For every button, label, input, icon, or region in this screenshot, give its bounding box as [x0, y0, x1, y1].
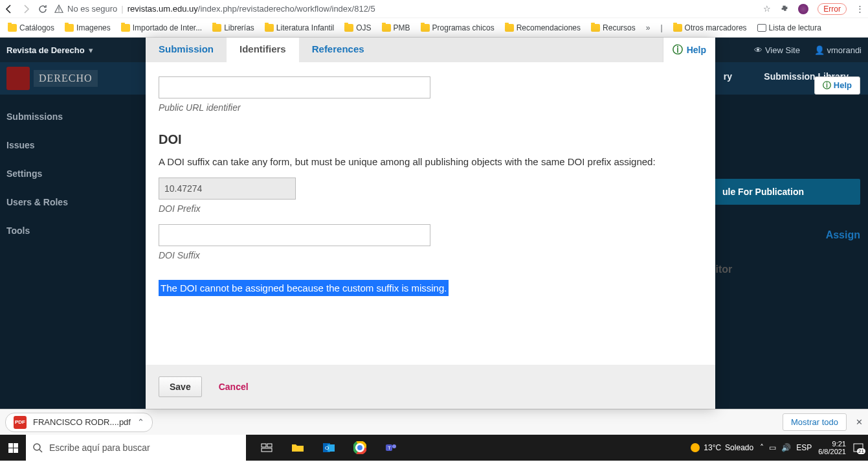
start-button[interactable]	[0, 435, 26, 461]
folder-icon	[212, 24, 221, 32]
doi-suffix-input[interactable]	[159, 224, 430, 246]
cancel-link[interactable]: Cancel	[219, 382, 249, 392]
folder-icon	[591, 24, 600, 32]
notifications-icon[interactable]: 21	[852, 442, 864, 453]
user-menu[interactable]: 👤 vmorandi	[814, 45, 862, 55]
teams-icon[interactable]: T	[377, 435, 405, 461]
doi-prefix-input	[159, 178, 296, 200]
download-chip[interactable]: PDF FRANCISCO RODR....pdf ⌃	[5, 413, 153, 432]
bookmarks-bar: Catálogos Imagenes Importado de Inter...…	[0, 18, 868, 38]
pdf-icon: PDF	[14, 416, 27, 429]
chrome-icon[interactable]	[346, 435, 374, 461]
bookmark-item[interactable]: Programas chicos	[417, 21, 498, 35]
info-icon: ⓘ	[673, 43, 683, 57]
nav-tools[interactable]: Tools	[0, 216, 129, 245]
nav-settings[interactable]: Settings	[0, 159, 129, 188]
journal-logo[interactable]: DERECHO	[6, 67, 98, 90]
bookmark-item[interactable]: OJS	[340, 21, 375, 35]
nav-submissions[interactable]: Submissions	[0, 102, 129, 131]
side-nav: Submissions Issues Settings Users & Role…	[0, 96, 129, 251]
download-shelf: PDF FRANCISCO RODR....pdf ⌃ Mostrar todo…	[0, 409, 868, 435]
bookmark-item[interactable]: Literatura Infantil	[261, 21, 338, 35]
error-chip[interactable]: Error	[818, 3, 847, 15]
doi-description: A DOI suffix can take any form, but must…	[159, 156, 702, 167]
tray-chevron-up-icon[interactable]: ˄	[760, 443, 764, 452]
weather-widget[interactable]: 13°C Soleado	[691, 443, 753, 452]
assign-link[interactable]: Assign	[826, 229, 860, 241]
svg-rect-5	[262, 448, 272, 452]
nav-issues[interactable]: Issues	[0, 131, 129, 159]
extension-purple-icon[interactable]	[798, 4, 808, 14]
tab-submission[interactable]: Submission	[146, 38, 227, 62]
bookmark-item[interactable]: Importado de Inter...	[117, 21, 206, 35]
svg-text:O: O	[325, 445, 329, 451]
forward-button[interactable]	[21, 4, 31, 14]
svg-rect-3	[262, 444, 266, 447]
bookmark-item[interactable]: Librerías	[208, 21, 258, 35]
folder-icon	[8, 24, 17, 32]
doi-heading: DOI	[159, 132, 702, 147]
journal-brand[interactable]: Revista de Derecho	[6, 45, 85, 55]
identifiers-modal: Submission Identifiers References ⓘHelp …	[146, 38, 715, 409]
folder-icon	[382, 24, 391, 32]
svg-rect-0	[58, 7, 59, 10]
clock[interactable]: 9:21 6/8/2021	[818, 440, 846, 455]
save-button[interactable]: Save	[159, 376, 202, 397]
bookmark-item[interactable]: Recomendaciones	[501, 21, 584, 35]
bookmarks-overflow[interactable]: »	[646, 23, 651, 32]
bookmark-item[interactable]: PMB	[378, 21, 414, 35]
folder-icon	[344, 24, 353, 32]
outlook-icon[interactable]: O	[315, 435, 343, 461]
folder-icon	[121, 24, 130, 32]
tab-identifiers[interactable]: Identifiers	[227, 38, 299, 62]
search-icon	[32, 442, 43, 453]
download-filename: FRANCISCO RODR....pdf	[33, 417, 131, 427]
bookmark-star-icon[interactable]: ☆	[763, 4, 771, 14]
reading-list[interactable]: Lista de lectura	[753, 21, 825, 35]
folder-icon	[505, 24, 514, 32]
svg-point-2	[34, 444, 40, 450]
extensions-icon[interactable]	[780, 5, 789, 14]
help-pill-bg[interactable]: ⓘ Help	[814, 76, 860, 95]
other-bookmarks[interactable]: Otros marcadores	[669, 21, 751, 35]
public-url-input[interactable]	[159, 76, 430, 98]
bookmark-item[interactable]: Recursos	[587, 21, 640, 35]
bookmark-item[interactable]: Imagenes	[61, 21, 115, 35]
address-bar[interactable]: No es seguro | revistas.um.edu.uy/index.…	[54, 4, 757, 14]
reload-button[interactable]	[38, 4, 48, 14]
chrome-menu-icon[interactable]: ⋮	[856, 4, 864, 14]
tab-references[interactable]: References	[299, 38, 377, 62]
doi-error-message: The DOI cannot be assigned because the c…	[159, 280, 449, 296]
volume-icon[interactable]: 🔊	[781, 443, 791, 452]
folder-icon	[673, 24, 682, 32]
windows-icon	[8, 443, 18, 453]
language-indicator[interactable]: ESP	[796, 443, 812, 452]
modal-help-link[interactable]: ⓘHelp	[663, 38, 715, 62]
back-button[interactable]	[4, 4, 14, 14]
sun-icon	[691, 443, 700, 452]
bookmark-item[interactable]: Catálogos	[4, 21, 58, 35]
view-site-link[interactable]: 👁 View Site	[754, 45, 800, 55]
taskbar-search[interactable]: Escribe aquí para buscar	[26, 435, 246, 461]
chevron-down-icon: ▾	[89, 45, 93, 55]
ojs-backdrop: Revista de Derecho ▾ 👁 View Site 👤 vmora…	[0, 38, 868, 409]
svg-rect-1	[58, 10, 59, 11]
folder-icon	[421, 24, 430, 32]
public-url-label: Public URL identifier	[159, 102, 702, 113]
not-secure-icon	[54, 5, 63, 14]
task-view-icon[interactable]	[252, 435, 281, 461]
close-shelf-icon[interactable]: ✕	[856, 417, 863, 427]
file-explorer-icon[interactable]	[284, 435, 312, 461]
info-icon: ⓘ	[823, 80, 831, 90]
reading-list-icon	[757, 24, 766, 32]
svg-rect-4	[267, 444, 272, 447]
doi-suffix-label: DOI Suffix	[159, 250, 702, 260]
network-icon[interactable]: ▭	[769, 443, 776, 452]
folder-icon	[265, 24, 274, 32]
show-all-downloads-button[interactable]: Mostrar todo	[783, 413, 847, 431]
nav-users-roles[interactable]: Users & Roles	[0, 188, 129, 216]
svg-point-13	[357, 445, 362, 450]
folder-icon	[65, 24, 74, 32]
chevron-up-icon[interactable]: ⌃	[137, 417, 144, 427]
doi-prefix-label: DOI Prefix	[159, 203, 702, 214]
